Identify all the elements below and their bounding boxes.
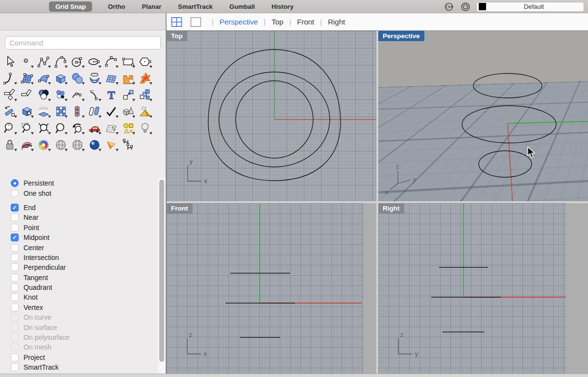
zoom-window-icon[interactable] — [19, 120, 36, 137]
curve-boolean-icon[interactable] — [35, 87, 52, 103]
dimension-icon[interactable] — [120, 137, 137, 153]
ellipse-icon[interactable] — [86, 53, 103, 70]
checkbox-label: Tangent — [24, 274, 48, 282]
sweep-surface-icon[interactable] — [35, 70, 52, 87]
checkbox-quadrant[interactable] — [11, 283, 19, 291]
rendered-viewport-icon[interactable] — [86, 137, 103, 153]
checkbox-point[interactable] — [11, 224, 19, 232]
rotate-icon[interactable] — [1, 103, 19, 120]
checkbox-center[interactable] — [11, 244, 19, 252]
radio-one-shot[interactable] — [11, 189, 19, 197]
menu-button-grid-snap[interactable]: Grid Snap — [49, 1, 92, 12]
checkbox-end[interactable] — [11, 204, 19, 212]
four-pane-icon[interactable] — [171, 17, 183, 27]
checkbox-near[interactable] — [11, 213, 19, 221]
surface-from-points-icon[interactable] — [19, 70, 36, 87]
shaded-viewport-icon[interactable] — [52, 137, 70, 153]
move-icon[interactable] — [120, 87, 137, 103]
checkbox-project[interactable] — [11, 353, 19, 361]
text-icon[interactable]: T — [103, 87, 120, 103]
blend-curve-icon[interactable] — [1, 70, 19, 87]
group-icon[interactable] — [120, 103, 137, 120]
single-point-icon[interactable] — [19, 53, 36, 70]
point-cloud-icon[interactable] — [52, 87, 70, 103]
zoom-dynamic-icon[interactable]: +- — [1, 120, 19, 137]
top-geometry: y x — [167, 31, 376, 201]
rectangle-icon[interactable] — [120, 53, 137, 70]
copy-icon[interactable] — [137, 87, 154, 103]
polygon-icon[interactable] — [137, 53, 154, 70]
chamfer-icon[interactable] — [19, 87, 36, 103]
checkbox-knot[interactable] — [11, 293, 19, 301]
revolve-icon[interactable] — [86, 70, 103, 87]
zoom-extents-icon[interactable] — [35, 120, 52, 137]
persp-curve-bottom[interactable] — [479, 151, 532, 177]
control-point-curve-icon[interactable] — [35, 53, 52, 70]
viewport-front[interactable]: z x Front — [167, 203, 376, 374]
viewport-title-front[interactable]: Front — [167, 203, 193, 213]
curve-freeform-icon[interactable] — [52, 53, 70, 70]
extrude-surface-icon[interactable] — [35, 103, 52, 120]
zoom-selected-icon[interactable] — [52, 120, 70, 137]
persp-curve-top[interactable] — [473, 73, 542, 98]
menu-button-gumball[interactable]: Gumball — [228, 1, 256, 12]
checkbox-tangent[interactable] — [11, 274, 19, 282]
extend-curve-icon[interactable] — [86, 87, 103, 103]
select-icon[interactable] — [1, 53, 19, 70]
fillet-icon[interactable] — [1, 87, 19, 103]
single-pane-icon[interactable] — [190, 17, 202, 27]
checkbox-intersection[interactable] — [11, 254, 19, 261]
command-input[interactable] — [5, 36, 161, 49]
tab-top[interactable]: Top — [269, 18, 286, 26]
lock-icon[interactable] — [1, 137, 19, 153]
circle-icon[interactable] — [69, 53, 86, 70]
persp-curve-middle[interactable] — [462, 106, 556, 143]
menu-button-ortho[interactable]: Ortho — [107, 1, 126, 12]
sidebar-scrollbar[interactable] — [158, 178, 166, 374]
checkbox-midpoint[interactable] — [11, 234, 19, 241]
color-wheel-icon[interactable] — [35, 137, 52, 153]
boolean-union-icon[interactable] — [120, 70, 137, 87]
viewport-perspective[interactable]: z y x Perspective — [378, 31, 588, 201]
lights-icon[interactable] — [137, 120, 154, 137]
layer-objects-icon[interactable] — [120, 120, 137, 137]
layout-icon[interactable] — [103, 120, 120, 137]
checkbox-smarttrack[interactable] — [11, 363, 19, 371]
viewport-right[interactable]: z y Right — [378, 203, 588, 374]
top-menubar: Grid SnapOrthoPlanarSmartTrackGumballHis… — [0, 0, 588, 13]
viewport-top[interactable]: y x Top — [167, 31, 376, 201]
box-icon[interactable] — [52, 70, 70, 87]
tab-perspective[interactable]: Perspective — [217, 18, 261, 26]
undo-view-icon[interactable] — [69, 120, 86, 137]
record-history-icon[interactable] — [443, 1, 455, 13]
split-icon[interactable] — [69, 103, 86, 120]
sphere-icon[interactable] — [69, 70, 86, 87]
tab-right[interactable]: Right — [325, 18, 348, 26]
viewport-title-top[interactable]: Top — [167, 31, 187, 41]
rectangular-array-icon[interactable] — [52, 103, 70, 120]
unroll-surface-icon[interactable] — [137, 103, 154, 120]
points-on-icon[interactable] — [103, 103, 120, 120]
adjust-curve-icon[interactable] — [69, 87, 86, 103]
radio-persistent[interactable] — [11, 179, 19, 187]
explode-icon[interactable] — [137, 70, 154, 87]
menu-button-smarttrack[interactable]: SmartTrack — [177, 1, 214, 12]
scrollbar-thumb[interactable] — [159, 180, 164, 362]
wireframe-viewport-icon[interactable] — [69, 137, 86, 153]
menu-button-history[interactable]: History — [270, 1, 294, 12]
gumball-icon[interactable] — [460, 1, 471, 13]
tab-front[interactable]: Front — [294, 18, 317, 26]
checkbox-perpendicular[interactable] — [11, 263, 19, 271]
viewport-title-right[interactable]: Right — [378, 203, 404, 213]
offset-curve-icon[interactable] — [86, 103, 103, 120]
named-views-icon[interactable] — [86, 120, 103, 137]
arc-icon[interactable] — [103, 53, 120, 70]
layer-selector-dropdown[interactable]: Default — [476, 2, 584, 12]
viewport-title-perspective[interactable]: Perspective — [378, 31, 424, 41]
patch-icon[interactable] — [103, 70, 120, 87]
spotlight-icon[interactable] — [103, 137, 120, 153]
shell-solid-icon[interactable] — [19, 103, 36, 120]
checkbox-vertex[interactable] — [11, 304, 19, 311]
shell-icon[interactable] — [19, 137, 36, 153]
menu-button-planar[interactable]: Planar — [141, 1, 163, 12]
